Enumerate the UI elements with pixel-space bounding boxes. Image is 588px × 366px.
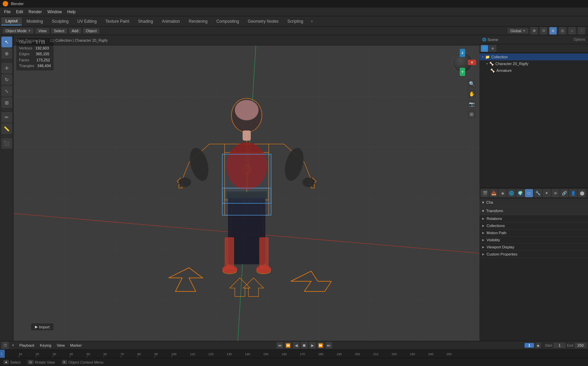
tool-cursor[interactable]: ⊕ (1, 48, 12, 59)
prop-tab-material[interactable]: ⬤ (578, 189, 586, 197)
pan-btn[interactable]: ✋ (467, 89, 476, 98)
tab-add-button[interactable]: + (308, 18, 316, 25)
viewport-pie-menu[interactable]: ⋮ (578, 27, 585, 35)
prop-tab-modifier[interactable]: 🔧 (534, 189, 542, 197)
tool-select[interactable]: ↖ (1, 37, 12, 47)
select-menu[interactable]: Select (51, 28, 67, 34)
outliner-item-character[interactable]: ▾ 🦴 Character 20_Rigify (479, 60, 588, 67)
prop-tab-physics[interactable]: ≋ (551, 189, 559, 197)
outliner-item-armature[interactable]: 🦴 Armature (479, 67, 588, 74)
menu-help[interactable]: Help (64, 9, 78, 15)
prop-tab-output[interactable]: 📤 (490, 189, 498, 197)
menu-render[interactable]: Render (26, 9, 44, 15)
prop-tab-scene[interactable]: 🌐 (507, 189, 515, 197)
step-back-btn[interactable]: ⏪ (285, 342, 291, 349)
tab-compositing[interactable]: Compositing (212, 18, 243, 25)
import-button[interactable]: ▶ Import (31, 323, 54, 331)
viewport[interactable]: User Perspective | (1) Collection | Char… (14, 35, 479, 341)
play-back-btn[interactable]: ◀ (293, 342, 300, 349)
tab-uv-editing[interactable]: UV Editing (73, 18, 101, 25)
prop-section-relations[interactable]: ▶ Relations (479, 215, 588, 222)
menu-window[interactable]: Window (44, 9, 64, 15)
grid-btn[interactable]: ⊞ (467, 110, 476, 119)
view-menu[interactable]: View (36, 28, 49, 34)
prop-tab-constraints[interactable]: 🔗 (560, 189, 568, 197)
viewport-navigation-gizmo[interactable]: X Y Z (449, 49, 476, 76)
tool-move[interactable]: ✛ (1, 63, 12, 74)
tool-add-cube[interactable]: ⬛ (1, 138, 12, 149)
viewport-shading-global[interactable]: Global ▼ (508, 28, 528, 34)
viewport-shading-rendered[interactable]: ○ (568, 27, 576, 35)
svg-text:230: 230 (410, 352, 415, 356)
timeline: ⏱ ▼ Playback Keying View Marker ⏮ ⏪ ◀ ⏹ … (0, 341, 588, 358)
end-frame[interactable]: 250 (574, 343, 587, 348)
tab-rendering[interactable]: Rendering (185, 18, 211, 25)
import-label: Import (39, 325, 50, 329)
tab-modeling[interactable]: Modeling (22, 18, 47, 25)
timeline-icon[interactable]: ⏱ (1, 342, 9, 349)
current-frame[interactable]: 1 (525, 343, 534, 348)
mode-selector[interactable]: Object Mode ▼ (3, 28, 34, 34)
camera-btn[interactable]: 📷 (467, 100, 476, 108)
timeline-menu-view[interactable]: View (55, 343, 67, 348)
tool-scale[interactable]: ⤡ (1, 86, 12, 97)
play-pause-btn[interactable]: ⏹ (301, 342, 308, 349)
timeline-controls-bar: ⏱ ▼ Playback Keying View Marker ⏮ ⏪ ◀ ⏹ … (0, 341, 588, 350)
tab-animation[interactable]: Animation (158, 18, 184, 25)
prop-tab-particles[interactable]: ✦ (543, 189, 551, 197)
prop-section-viewport-display[interactable]: ▶ Viewport Display (479, 244, 588, 251)
timeline-menu-marker[interactable]: Marker (68, 343, 84, 348)
prop-section-motion[interactable]: ▶ Motion Path (479, 229, 588, 237)
viewport-overlay-btn[interactable]: ⊕ (530, 27, 538, 35)
jump-start-btn[interactable]: ⏮ (277, 342, 283, 349)
tool-rotate[interactable]: ↻ (1, 74, 12, 85)
outliner-tab-view-layer[interactable]: ◈ (489, 45, 496, 52)
nav-gizmo[interactable]: X Y Z (449, 49, 476, 76)
tab-layout[interactable]: Layout (1, 17, 22, 25)
nav-axis-x[interactable]: X (468, 60, 476, 65)
tab-texture-paint[interactable]: Texture Paint (101, 18, 133, 25)
outliner-item-collection[interactable]: ▾ 📁 Collection (479, 54, 588, 60)
nav-axis-y[interactable]: Y (460, 68, 465, 76)
prop-section-transform-header[interactable]: ▾ Transform (479, 207, 588, 215)
start-frame[interactable]: 1 (553, 343, 566, 348)
tool-annotate[interactable]: ✏ (1, 112, 12, 123)
context-key-icon: ≡ (62, 360, 67, 364)
outliner-tab-scene[interactable]: 🌐 (481, 45, 488, 52)
keyframe-btn[interactable]: ◆ (535, 343, 541, 348)
prop-tab-world[interactable]: 🌍 (516, 189, 524, 197)
tab-geometry-nodes[interactable]: Geometry Nodes (244, 18, 283, 25)
tab-scripting[interactable]: Scripting (283, 18, 307, 25)
objects-value: 1 / 11 (36, 40, 45, 44)
menu-edit[interactable]: Edit (13, 9, 26, 15)
nav-axis-z[interactable]: Z (460, 49, 465, 57)
tab-sculpting[interactable]: Sculpting (48, 18, 73, 25)
prop-section-cha-header[interactable]: ▾ Cha (479, 198, 588, 206)
object-menu[interactable]: Object (83, 28, 99, 34)
timeline-ruler[interactable]: 1 10 20 30 40 50 60 70 80 90 100 110 120… (0, 350, 588, 358)
prop-section-custom-props[interactable]: ▶ Custom Properties (479, 251, 588, 258)
svg-text:30: 30 (53, 352, 56, 356)
viewport-shading-solid[interactable]: ◉ (549, 27, 557, 35)
prop-tab-view-layer[interactable]: ◈ (498, 189, 507, 197)
viewport-gizmo-btn[interactable]: ⊙ (540, 27, 547, 35)
tab-shading[interactable]: Shading (134, 18, 157, 25)
tool-transform[interactable]: ⊞ (1, 97, 12, 108)
prop-tab-object-data[interactable]: 👤 (569, 189, 577, 197)
prop-section-collections[interactable]: ▶ Collections (479, 222, 588, 229)
tool-measure[interactable]: 📏 (1, 123, 12, 134)
menu-file[interactable]: File (1, 9, 13, 15)
jump-end-btn[interactable]: ⏭ (325, 342, 332, 349)
outliner-tabs: 🌐 ◈ (479, 44, 588, 53)
timeline-menu-playback[interactable]: Playback (17, 343, 37, 348)
add-menu[interactable]: Add (69, 28, 81, 34)
viewport-shading-material[interactable]: ◎ (559, 27, 566, 35)
step-forward-btn[interactable]: ⏩ (317, 342, 324, 349)
prop-tab-object[interactable]: □ (525, 189, 533, 197)
prop-tab-render[interactable]: 🎬 (481, 189, 489, 197)
timeline-menu-keying[interactable]: Keying (38, 343, 54, 348)
prop-section-visibility[interactable]: ▶ Visibility (479, 237, 588, 244)
zoom-in-btn[interactable]: 🔍 (467, 79, 476, 88)
play-forward-btn[interactable]: ▶ (309, 342, 316, 349)
status-item-select: ● Select (3, 360, 21, 364)
